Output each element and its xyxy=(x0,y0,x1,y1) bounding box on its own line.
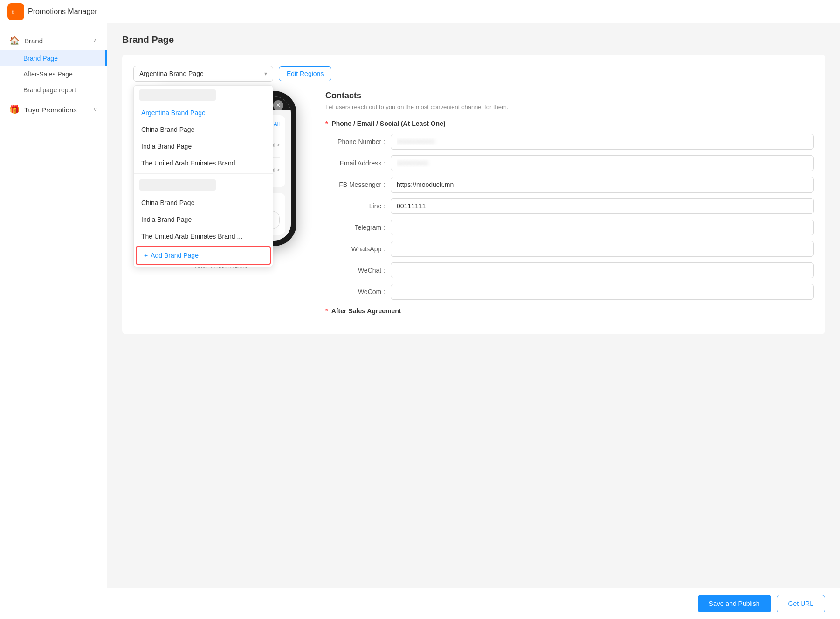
bottom-bar: Save and Publish Get URL xyxy=(107,588,840,619)
sidebar-tuya-promotions-label: Tuya Promotions xyxy=(24,106,77,114)
sidebar-item-brand-page-report[interactable]: Brand page report xyxy=(0,82,107,98)
dropdown-item-uae-2[interactable]: The United Arab Emirates Brand ... xyxy=(134,228,273,244)
page-title: Brand Page xyxy=(122,34,825,45)
email-input[interactable] xyxy=(391,155,814,171)
form-row-whatsapp: WhatsApp : xyxy=(325,241,814,257)
sidebar-item-after-sales-page[interactable]: After-Sales Page xyxy=(0,66,107,82)
tuya-promotions-section: 🎁 Tuya Promotions ∨ xyxy=(0,100,107,119)
brand-section: 🏠 Brand ∧ Brand Page After-Sales Page Br… xyxy=(0,31,107,98)
dropdown-item-china-2[interactable]: China Brand Page xyxy=(134,194,273,211)
wechat-input[interactable] xyxy=(391,262,814,278)
dropdown-item-india-2[interactable]: India Brand Page xyxy=(134,211,273,228)
add-brand-page-button[interactable]: + Add Brand Page xyxy=(136,246,271,265)
main-content: Brand Page Argentina Brand Page ▾ Edit R… xyxy=(107,23,840,619)
sidebar-item-brand-page[interactable]: Brand Page xyxy=(0,50,107,66)
line-label: Line : xyxy=(325,202,391,210)
dropdown-chevron-icon: ▾ xyxy=(264,70,267,77)
phone-input[interactable] xyxy=(391,134,814,150)
email-label: Email Address : xyxy=(325,159,391,167)
fb-input[interactable] xyxy=(391,177,814,193)
required-star: * xyxy=(325,120,328,127)
fb-label: FB Messenger : xyxy=(325,181,391,188)
contacts-subtitle: Let users reach out to you on the most c… xyxy=(325,103,814,110)
telegram-label: Telegram : xyxy=(325,224,391,231)
dropdown-divider-1 xyxy=(134,173,273,174)
after-sales-required-star: * xyxy=(325,307,328,315)
telegram-input[interactable] xyxy=(391,220,814,235)
svg-text:t: t xyxy=(12,8,14,15)
get-url-button[interactable]: Get URL xyxy=(777,595,825,612)
tuya-logo-icon: t xyxy=(7,3,24,20)
dropdown-placeholder-2 xyxy=(139,179,216,191)
contacts-panel: Contacts Let users reach out to you on t… xyxy=(325,91,814,315)
promotions-icon: 🎁 xyxy=(9,104,20,115)
dropdown-menu-inner: Argentina Brand Page China Brand Page In… xyxy=(134,86,273,244)
brand-chevron-icon: ∧ xyxy=(93,37,97,44)
dropdown-group-header-1 xyxy=(134,86,273,104)
wecom-input[interactable] xyxy=(391,284,814,300)
edit-regions-button[interactable]: Edit Regions xyxy=(279,66,331,81)
wecom-label: WeCom : xyxy=(325,288,391,296)
contacts-title: Contacts xyxy=(325,91,814,101)
field-group-label: * Phone / Email / Social (At Least One) xyxy=(325,120,814,127)
app-title: Promotions Manager xyxy=(28,7,97,16)
whatsapp-input[interactable] xyxy=(391,241,814,257)
form-row-phone: Phone Number : xyxy=(325,134,814,150)
sidebar-after-sales-label: After-Sales Page xyxy=(23,70,73,78)
sidebar-brand-page-label: Brand Page xyxy=(23,55,58,62)
sidebar: 🏠 Brand ∧ Brand Page After-Sales Page Br… xyxy=(0,23,107,619)
dropdown-group-header-2 xyxy=(134,176,273,194)
content-wrapper: Argentina Brand Page ▾ Edit Regions Arge… xyxy=(122,55,825,334)
sidebar-brand-report-label: Brand page report xyxy=(23,86,76,94)
dropdown-item-china-1[interactable]: China Brand Page xyxy=(134,121,273,138)
add-brand-label: Add Brand Page xyxy=(151,252,199,259)
dropdown-selected-value: Argentina Brand Page xyxy=(139,70,204,77)
logo: t Promotions Manager xyxy=(7,3,97,20)
form-row-wechat: WeChat : xyxy=(325,262,814,278)
sidebar-brand-label: Brand xyxy=(24,37,43,45)
dropdown-item-india-1[interactable]: India Brand Page xyxy=(134,138,273,155)
sidebar-tuya-left: 🎁 Tuya Promotions xyxy=(9,104,77,115)
sidebar-tuya-promotions-parent[interactable]: 🎁 Tuya Promotions ∨ xyxy=(0,100,107,119)
line-input[interactable] xyxy=(391,198,814,214)
phone-label: Phone Number : xyxy=(325,138,391,145)
tuya-chevron-icon: ∨ xyxy=(93,106,97,113)
form-row-telegram: Telegram : xyxy=(325,220,814,235)
whatsapp-label: WhatsApp : xyxy=(325,245,391,253)
dropdown-placeholder-1 xyxy=(139,89,216,101)
save-publish-button[interactable]: Save and Publish xyxy=(698,595,771,612)
form-row-email: Email Address : xyxy=(325,155,814,171)
dropdown-item-argentina[interactable]: Argentina Brand Page xyxy=(134,104,273,121)
top-nav: t Promotions Manager xyxy=(0,0,840,23)
dropdown-item-uae-1[interactable]: The United Arab Emirates Brand ... xyxy=(134,155,273,172)
sidebar-brand-left: 🏠 Brand xyxy=(9,35,43,46)
add-brand-icon: + xyxy=(144,252,148,259)
form-row-fb: FB Messenger : xyxy=(325,177,814,193)
brand-icon: 🏠 xyxy=(9,35,20,46)
main-layout: 🏠 Brand ∧ Brand Page After-Sales Page Br… xyxy=(0,23,840,619)
sidebar-brand-parent[interactable]: 🏠 Brand ∧ xyxy=(0,31,107,50)
form-row-wecom: WeCom : xyxy=(325,284,814,300)
brand-page-dropdown[interactable]: Argentina Brand Page ▾ xyxy=(133,66,273,82)
dropdown-row: Argentina Brand Page ▾ Edit Regions Arge… xyxy=(133,66,814,82)
wechat-label: WeChat : xyxy=(325,267,391,274)
phone-close-button[interactable]: ✕ xyxy=(273,100,283,110)
dropdown-menu: Argentina Brand Page China Brand Page In… xyxy=(133,85,273,267)
after-sales-agreement-label: * After Sales Agreement xyxy=(325,307,814,315)
form-row-line: Line : xyxy=(325,198,814,214)
